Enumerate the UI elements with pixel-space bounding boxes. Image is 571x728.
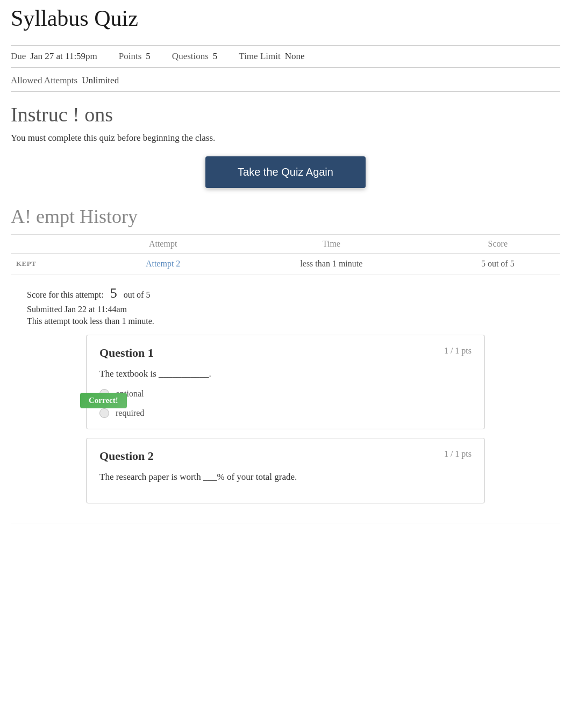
allowed-attempts-label: Allowed Attempts	[11, 75, 77, 86]
due-value: Jan 27 at 11:59pm	[30, 51, 97, 62]
score-label: Score for this attempt:	[27, 290, 104, 299]
quiz-meta-row: Due Jan 27 at 11:59pm Points 5 Questions…	[11, 45, 560, 68]
allowed-attempts-row: Allowed Attempts Unlimited	[11, 71, 560, 92]
kept-label: KEPT	[11, 254, 98, 275]
radio-required	[99, 408, 109, 418]
time-limit-value: None	[285, 51, 305, 62]
attempt-link-cell[interactable]: Attempt 2	[98, 254, 227, 275]
time-limit-label: Time Limit	[239, 51, 280, 62]
correct-badge-1: Correct!	[80, 393, 127, 408]
col-header-score: Score	[436, 235, 560, 254]
question-2-body: The research paper is worth ___% of your…	[99, 472, 472, 482]
question-1-options: optional required	[99, 389, 472, 418]
score-value: 5	[110, 285, 117, 301]
attempt-history-section: A! empt History Attempt Time Score KEPT …	[11, 205, 560, 523]
attempt-history-title: A! empt History	[11, 205, 560, 228]
option-row-required: required	[99, 408, 472, 418]
attempt-time: less than 1 minute	[227, 254, 435, 275]
table-row: KEPT Attempt 2 less than 1 minute 5 out …	[11, 254, 560, 275]
option-row-optional: optional	[99, 389, 472, 399]
take-quiz-again-button[interactable]: Take the Quiz Again	[205, 156, 366, 188]
due-label: Due	[11, 51, 26, 62]
question-1-title: Question 1	[99, 346, 154, 360]
instructions-title: Instruc ! ons	[11, 103, 560, 126]
allowed-attempts-value: Unlimited	[82, 75, 119, 86]
attempt-detail-box: Score for this attempt: 5 out of 5 Submi…	[11, 275, 560, 523]
instructions-body: You must complete this quiz before begin…	[11, 133, 560, 143]
question-card-1: Question 1 1 / 1 pts The textbook is ___…	[86, 335, 485, 429]
question-1-pts: 1 / 1 pts	[444, 346, 472, 356]
take-quiz-button-container: Take the Quiz Again	[11, 156, 560, 188]
points-label: Points	[119, 51, 142, 62]
attempt-link[interactable]: Attempt 2	[146, 259, 180, 268]
question-card-2: Question 2 1 / 1 pts The research paper …	[86, 438, 485, 503]
attempt-history-table: Attempt Time Score KEPT Attempt 2 less t…	[11, 234, 560, 275]
question-2-pts: 1 / 1 pts	[444, 449, 472, 459]
question-2-title: Question 2	[99, 449, 154, 463]
quiz-title: Syllabus Quiz	[11, 5, 560, 37]
col-header-attempt: Attempt	[98, 235, 227, 254]
instructions-section: Instruc ! ons You must complete this qui…	[11, 103, 560, 143]
score-total: out of 5	[124, 290, 151, 299]
questions-label: Questions	[172, 51, 209, 62]
attempt-score: 5 out of 5	[436, 254, 560, 275]
option-required-label: required	[116, 408, 144, 418]
question-1-header: Question 1 1 / 1 pts	[99, 346, 472, 360]
attempt-detail-time: This attempt took less than 1 minute.	[27, 316, 544, 326]
col-header-time: Time	[227, 235, 435, 254]
points-value: 5	[146, 51, 151, 62]
question-2-header: Question 2 1 / 1 pts	[99, 449, 472, 463]
col-header-kept	[11, 235, 98, 254]
attempt-detail-submitted: Submitted Jan 22 at 11:44am	[27, 305, 544, 314]
attempt-detail-score: Score for this attempt: 5 out of 5	[27, 285, 544, 301]
question-1-body: The textbook is ___________.	[99, 369, 472, 379]
questions-value: 5	[213, 51, 218, 62]
